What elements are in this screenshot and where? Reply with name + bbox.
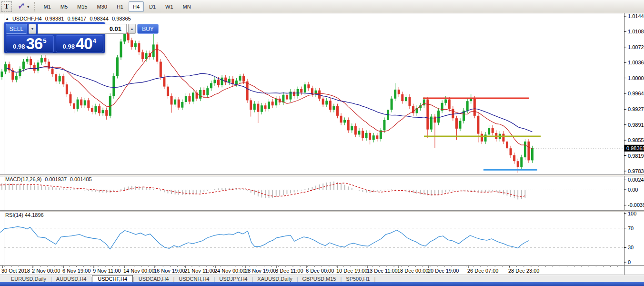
candle-body (394, 90, 396, 99)
time-axis-label: 20 Dec 19:00 (428, 268, 459, 274)
time-axis-label: 6 Nov 19:00 (62, 268, 91, 274)
candle-body (307, 84, 310, 88)
candle-body (481, 134, 483, 142)
candle-body (304, 84, 306, 92)
candle-body (250, 100, 252, 110)
candle-body (343, 120, 346, 123)
candle-body (325, 101, 328, 104)
timeframe-button-m1[interactable]: M1 (40, 1, 55, 12)
chart-tab-audusd[interactable]: AUDUSD,H4 (52, 276, 91, 282)
candle-body (213, 80, 216, 83)
candle-body (206, 88, 209, 95)
candle-body (372, 135, 375, 140)
sell-price-pip: 5 (43, 37, 46, 44)
candle-body (340, 116, 342, 123)
candle-body (311, 88, 313, 94)
status-strip (0, 282, 644, 286)
time-axis-label: 18 Dec 00:00 (397, 268, 428, 274)
chart-tab-usdjpy[interactable]: USDJPY,H4 (215, 276, 252, 282)
candle-body (362, 131, 364, 138)
candle-body (123, 32, 126, 41)
candle-body (231, 79, 234, 84)
chart-tab-sp500[interactable]: SP500,H1 (342, 276, 374, 282)
timeframe-button-d1[interactable]: D1 (145, 1, 160, 12)
collapse-triangle-icon[interactable]: ▲ (5, 17, 9, 21)
timeframe-button-m30[interactable]: M30 (93, 1, 111, 12)
candle-body (69, 94, 71, 103)
chart-tab-usdcnh[interactable]: USDCNH,H4 (174, 276, 213, 282)
timeframe-button-m15[interactable]: M15 (73, 1, 91, 12)
candle-body (264, 105, 266, 109)
timeframe-button-m5[interactable]: M5 (56, 1, 72, 12)
candle-body (48, 61, 50, 68)
candle-body (141, 52, 144, 59)
price-axis-label: 1.00360 (628, 60, 644, 65)
timeframe-button-h1[interactable]: H1 (112, 1, 128, 12)
candle-body (412, 106, 414, 113)
ohlc-high: 0.98417 (67, 16, 86, 21)
candle-body (524, 142, 526, 157)
candle-body (354, 126, 357, 134)
candle-body (293, 92, 295, 96)
ohlc-low: 0.98344 (90, 16, 109, 21)
candle-body (531, 148, 533, 161)
sell-price-main: 36 (26, 37, 42, 51)
candle-body (466, 101, 469, 111)
tab-separator: | (374, 276, 375, 282)
price-axis-label: 1.00720 (628, 44, 644, 50)
sell-button[interactable]: SELL (6, 24, 27, 34)
volume-input[interactable] (38, 24, 127, 34)
chart-tab-eurusd[interactable]: EURUSD,Daily (7, 276, 50, 282)
current-price-value: 0.98365 (626, 145, 644, 151)
candle-body (300, 89, 302, 92)
buy-price-prefix: 0.98 (63, 43, 75, 50)
timeframe-button-w1[interactable]: W1 (161, 1, 178, 12)
mt4-window: T ▾ M1M5M15M30H1H4D1W1MN 1.014401.010801… (0, 0, 644, 286)
candle-body (527, 142, 530, 161)
candle-body (434, 117, 436, 123)
candle-body (59, 76, 61, 82)
candle-body (77, 100, 79, 109)
chart-tab-gbpusd[interactable]: GBPUSD,M15 (298, 276, 341, 282)
candle-body (398, 90, 400, 94)
candle-body (297, 89, 299, 96)
sell-price-button[interactable]: 0.98 36 5 (6, 35, 54, 52)
candle-body (192, 92, 194, 102)
buy-button[interactable]: BUY (137, 24, 159, 34)
price-axis-label: 1.01440 (628, 13, 644, 19)
candle-body (391, 99, 393, 110)
time-axis-label: 30 Oct 2018 (1, 268, 30, 274)
candle-body (112, 76, 115, 96)
chart-tab-xauusd[interactable]: XAUUSD,Daily (253, 276, 296, 282)
candle-body (383, 120, 385, 131)
candle-body (102, 110, 104, 113)
candle-body (181, 102, 183, 108)
chart-tab-usdcad[interactable]: USDCAD,H4 (134, 276, 173, 282)
candle-body (19, 69, 21, 76)
ohlc-open: 0.98381 (45, 16, 64, 21)
arrows-tool-button[interactable]: ▾ (18, 2, 30, 11)
candle-body (369, 133, 371, 140)
chart-tab-usdchf[interactable]: USDCHF,H4 (92, 275, 133, 282)
candle-body (40, 58, 43, 62)
buy-price-button[interactable]: 0.98 40 4 (56, 35, 104, 52)
time-axis-label: 3 Dec 11:00 (275, 268, 303, 274)
toolbar-grip[interactable] (34, 2, 35, 11)
timeframe-button-h4[interactable]: H4 (129, 1, 144, 12)
candle-body (1, 72, 3, 77)
time-axis-label: 14 Nov 00:00 (123, 268, 154, 274)
volume-increase-button[interactable]: ▲ (128, 24, 136, 34)
price-axis-label: 1.01080 (628, 29, 644, 34)
macd-label: MACD(12,26,9) -0.001937 -0.001485 (5, 176, 92, 182)
candle-body (188, 96, 191, 102)
candle-body (506, 142, 508, 148)
time-axis-label: 26 Dec 07:00 (467, 268, 498, 274)
candle-body (470, 99, 472, 101)
text-tool-button[interactable]: T (1, 1, 12, 12)
candle-body (376, 135, 378, 139)
timeframe-button-mn[interactable]: MN (179, 1, 195, 12)
chart-tab-bar: EURUSD,Daily|AUDUSD,H4|USDCHF,H4|USDCAD,… (0, 275, 644, 282)
candle-body (430, 117, 433, 130)
pane-separator-rsi-bar (0, 211, 644, 212)
volume-decrease-button[interactable]: ▼ (29, 24, 36, 34)
